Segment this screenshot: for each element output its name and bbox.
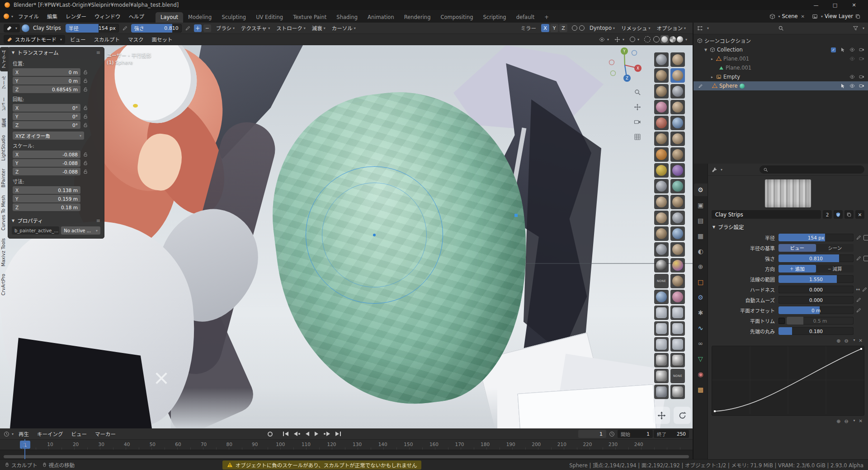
timeline-menu[interactable]: マーカー bbox=[91, 430, 120, 437]
strength-slider[interactable]: 強さ0.810 bbox=[131, 24, 182, 33]
radius-slider[interactable]: 半径154 px bbox=[66, 24, 119, 33]
brush-tool-button[interactable] bbox=[670, 274, 685, 288]
properties-tab[interactable]: ▩ bbox=[694, 383, 708, 396]
jump-next-keyframe-button[interactable] bbox=[321, 430, 332, 437]
panel-grip-icon[interactable]: ≡ bbox=[96, 50, 100, 56]
play-button[interactable] bbox=[312, 430, 321, 437]
brush-tool-button[interactable] bbox=[654, 163, 669, 178]
header-popover[interactable]: リメッシュ▾ bbox=[618, 24, 654, 32]
auto-keying-record-icon[interactable] bbox=[268, 432, 273, 437]
scale-field[interactable]: Y-0.088 bbox=[13, 159, 80, 167]
brush-tool-button[interactable]: NONE bbox=[670, 369, 685, 383]
pressure-icon[interactable] bbox=[856, 255, 862, 261]
header-popover[interactable]: Dyntopo▾ bbox=[586, 24, 618, 32]
unlink-scene-icon[interactable]: ✕ bbox=[801, 14, 805, 19]
brush-tool-button[interactable] bbox=[654, 132, 669, 146]
sidebar-tab[interactable]: LightStudio bbox=[0, 132, 9, 164]
move-gizmo-button[interactable] bbox=[653, 407, 670, 424]
selectable-icon[interactable] bbox=[840, 83, 845, 89]
brush-tool-button[interactable] bbox=[670, 321, 685, 336]
brush-tool-button[interactable] bbox=[654, 353, 669, 367]
brush-tool-button[interactable] bbox=[670, 226, 685, 241]
brush-tool-button[interactable] bbox=[670, 306, 685, 320]
brush-tool-button[interactable] bbox=[670, 258, 685, 273]
lock-icon[interactable] bbox=[83, 160, 88, 166]
mirror-axis-toggle[interactable]: X bbox=[541, 24, 549, 32]
brush-tool-button[interactable] bbox=[670, 84, 685, 99]
subtract-direction-button[interactable]: − bbox=[203, 24, 211, 32]
lock-icon[interactable] bbox=[83, 78, 88, 84]
scene-selector[interactable]: ▾ Scene ✕ bbox=[767, 12, 807, 21]
jump-to-start-button[interactable] bbox=[281, 430, 291, 437]
curve-zoom-out-icon[interactable]: ⊖ bbox=[844, 338, 848, 344]
timeline-editor-type-icon[interactable] bbox=[4, 431, 9, 437]
properties-tab[interactable]: ⊕ bbox=[694, 260, 708, 273]
properties-tab[interactable]: ∿ bbox=[694, 322, 708, 334]
workspace-tab[interactable]: Compositing bbox=[435, 12, 478, 23]
radius-unit-option[interactable]: ビュー bbox=[778, 244, 816, 252]
brush-tool-button[interactable] bbox=[670, 132, 685, 146]
unified-icon[interactable] bbox=[863, 235, 868, 240]
curve-delete-icon[interactable]: ✕ bbox=[859, 418, 863, 424]
workspace-tab[interactable]: default bbox=[511, 12, 539, 23]
brush-tool-button[interactable] bbox=[654, 385, 669, 399]
outliner-row-plane-data[interactable]: Plane.001 bbox=[693, 63, 868, 72]
tool-popover[interactable]: ブラシ▾ bbox=[213, 24, 238, 32]
lock-icon[interactable] bbox=[83, 169, 88, 174]
dimension-field[interactable]: Z0.18 m bbox=[13, 203, 80, 211]
curve-zoom-in-icon[interactable]: ⊕ bbox=[836, 338, 840, 344]
visibility-dropdown[interactable]: ▾ bbox=[597, 37, 611, 42]
properties-panel-header[interactable]: ▼ プロパティ ≡ bbox=[8, 216, 104, 226]
3d-viewport[interactable]: ユーザー・平行投影 (1) Sphere Y X Z アイテムツールビュー編集L… bbox=[0, 45, 693, 428]
location-field[interactable]: Z0.68545 m bbox=[13, 85, 80, 93]
brush-tool-button[interactable]: NONE bbox=[654, 274, 669, 288]
curve-zoom-out-icon[interactable]: ⊖ bbox=[844, 418, 848, 424]
brush-tool-button[interactable] bbox=[670, 68, 685, 83]
add-direction-button[interactable]: ＋ bbox=[194, 24, 202, 32]
new-view-layer-icon[interactable] bbox=[855, 14, 861, 19]
rotate-gizmo-button[interactable] bbox=[674, 407, 691, 424]
menu-item[interactable]: ファイル bbox=[14, 10, 43, 23]
brush-tool-button[interactable] bbox=[670, 353, 685, 367]
invert-pressure-icon[interactable]: ↔ bbox=[856, 287, 860, 292]
brush-settings-panel-header[interactable]: ▼ ブラシ設定 bbox=[708, 221, 868, 232]
minimize-button[interactable]: — bbox=[807, 0, 826, 10]
brush-preview-icon[interactable] bbox=[22, 24, 29, 32]
brush-tool-button[interactable] bbox=[654, 211, 669, 225]
fake-user-shield-button[interactable] bbox=[834, 210, 843, 219]
location-field[interactable]: Y0 m bbox=[13, 77, 80, 85]
normal-radius-slider[interactable]: 1.550 bbox=[778, 275, 854, 283]
brush-tool-button[interactable] bbox=[670, 211, 685, 225]
outliner-row-plane-object[interactable]: ▸ Plane.001 bbox=[693, 54, 868, 63]
viewport-pan-icon[interactable] bbox=[634, 103, 641, 111]
properties-search-input[interactable] bbox=[760, 165, 864, 174]
shading-material-icon[interactable] bbox=[670, 36, 676, 42]
play-reverse-button[interactable] bbox=[303, 430, 311, 437]
sidebar-tab[interactable]: 編集 bbox=[0, 115, 9, 131]
lock-icon[interactable] bbox=[83, 105, 88, 111]
radius-unit-option[interactable]: シーン bbox=[816, 244, 854, 252]
custom-property-value-dropdown[interactable]: No active ...▾ bbox=[61, 226, 100, 235]
brush-tool-button[interactable] bbox=[654, 226, 669, 241]
shading-rendered-icon[interactable] bbox=[677, 36, 683, 42]
viewport-camera-icon[interactable] bbox=[634, 118, 641, 126]
hide-viewport-icon[interactable] bbox=[849, 74, 855, 80]
brush-tool-button[interactable] bbox=[670, 179, 685, 193]
brush-tool-button[interactable] bbox=[654, 116, 669, 130]
pressure-icon[interactable] bbox=[856, 297, 862, 303]
lock-icon[interactable] bbox=[83, 87, 88, 92]
disable-render-icon[interactable] bbox=[859, 83, 864, 89]
viewport-menu[interactable]: マスク bbox=[124, 36, 148, 43]
rotation-field[interactable]: X0° bbox=[13, 104, 80, 112]
properties-tab[interactable]: ∞ bbox=[694, 337, 708, 350]
blender-menu-icon[interactable] bbox=[4, 14, 9, 19]
properties-tab[interactable]: ▽ bbox=[694, 352, 708, 365]
shading-solid-active[interactable] bbox=[660, 35, 669, 43]
properties-tab[interactable]: ▣ bbox=[694, 199, 708, 212]
selectable-icon[interactable] bbox=[840, 47, 845, 52]
new-brush-button[interactable] bbox=[844, 210, 854, 219]
sidebar-tab[interactable]: BPainter bbox=[0, 165, 9, 191]
outliner-row-collection[interactable]: ▼ Collection ✓ bbox=[693, 45, 868, 54]
properties-tab[interactable]: ✱ bbox=[694, 306, 708, 319]
unified-icon[interactable] bbox=[863, 256, 868, 261]
